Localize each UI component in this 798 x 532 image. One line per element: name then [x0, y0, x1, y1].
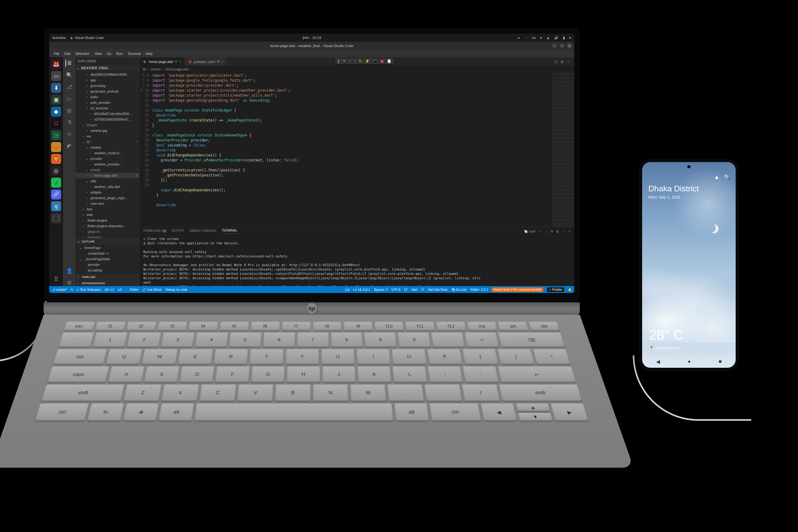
keyboard-key[interactable]: R: [213, 349, 248, 365]
keyboard-key[interactable]: S: [144, 366, 179, 383]
volume-icon[interactable]: 🔊: [554, 36, 558, 40]
keyboard-key[interactable]: f8: [313, 322, 342, 331]
outline-item[interactable]: isLoading: [75, 267, 140, 273]
menu-go[interactable]: Go: [105, 51, 114, 56]
activity-debug-icon[interactable]: ▷: [66, 95, 73, 102]
keyboard-key[interactable]: alt: [394, 404, 429, 421]
activity-account-icon[interactable]: 👤: [66, 267, 73, 274]
keyboard-key[interactable]: alt: [158, 404, 194, 421]
nav-recents-icon[interactable]: ■: [719, 359, 722, 364]
status-item[interactable]: {.a}: [345, 288, 349, 291]
tree-folder[interactable]: ›geolocator_android: [75, 89, 140, 94]
keyboard-key[interactable]: f1: [95, 322, 126, 331]
terminal-output[interactable]: c Clear the screen q Quit (terminate the…: [140, 235, 574, 286]
tree-folder[interactable]: ›web: [75, 212, 140, 217]
panel-tab-output[interactable]: OUTPUT: [172, 229, 185, 234]
keyboard-key[interactable]: G: [251, 366, 285, 383]
tree-file[interactable]: ▫generated_plugin_regis...: [75, 195, 140, 201]
code-editor[interactable]: 3 4 5 6 7 8 9 10 11 12 13 14 15 16 17 18…: [140, 72, 574, 227]
tree-folder[interactable]: ›path_provider: [75, 100, 140, 105]
tree-file[interactable]: ▫df2a58af27abc49ecf555...: [75, 111, 140, 117]
tree-file[interactable]: ▫.flutter-plugins: [75, 217, 140, 223]
tree-folder[interactable]: ›ios: [75, 133, 140, 139]
keyboard-key[interactable]: tab: [53, 349, 107, 365]
keyboard-key[interactable]: \: [533, 349, 571, 365]
keyboard-key[interactable]: [: [462, 349, 499, 365]
keyboard-key[interactable]: `: [58, 332, 94, 347]
breadcrumb-segment[interactable]: screen: [151, 67, 161, 71]
keyboard-key[interactable]: 0: [398, 332, 431, 347]
keyboard-key[interactable]: Z: [123, 385, 162, 401]
tree-file[interactable]: ▫weather_utils.dart: [75, 184, 140, 189]
activity-test-icon[interactable]: ⚗: [66, 119, 73, 126]
dock-teapot-icon[interactable]: 🫖: [51, 142, 61, 152]
terminal-split-icon[interactable]: ⧉: [551, 229, 553, 233]
activity-explorer-icon[interactable]: 🗎: [65, 60, 72, 67]
tree-folder[interactable]: ⌄lib•: [75, 139, 140, 145]
tree-folder[interactable]: ⌄utils: [75, 178, 140, 184]
tree-file[interactable]: ▫.gitignore: [75, 229, 140, 234]
keyboard-arrow-left[interactable]: ◀: [481, 404, 517, 421]
keyboard-key[interactable]: V: [237, 385, 273, 401]
keyboard-key[interactable]: f10: [374, 322, 404, 331]
keyboard-arrow[interactable]: ▼: [518, 413, 553, 421]
more-icon[interactable]: ⋯: [567, 59, 570, 64]
keyboard-key[interactable]: prt: [498, 322, 529, 331]
keyboard-key[interactable]: X: [161, 385, 199, 401]
activity-search-icon[interactable]: 🔍: [66, 72, 73, 78]
minimap[interactable]: [552, 72, 574, 227]
window-maximize-button[interactable]: □: [560, 44, 564, 48]
keyboard-key[interactable]: U: [321, 349, 355, 365]
terminal-add-icon[interactable]: ＋: [539, 229, 542, 233]
panel-close-icon[interactable]: ×: [569, 230, 570, 233]
battery-icon[interactable]: ▮: [563, 36, 565, 40]
terminal-trash-icon[interactable]: 🗑: [556, 230, 559, 233]
menu-edit[interactable]: Edit: [62, 51, 73, 56]
debug-action-icon[interactable]: ↻: [359, 59, 362, 63]
explorer-more-icon[interactable]: ⋯: [134, 59, 137, 63]
keyboard-key[interactable]: =: [464, 332, 499, 347]
keyboard-key[interactable]: f6: [251, 322, 280, 331]
timeline-header[interactable]: › TIMELINE: [75, 274, 140, 280]
dock-vscode-icon[interactable]: ◆: [51, 107, 61, 117]
keyboard-key[interactable]: 6: [263, 332, 295, 347]
menu-terminal[interactable]: Terminal: [126, 51, 143, 56]
keyboard-key[interactable]: 3: [160, 332, 194, 347]
debug-action-icon[interactable]: ↓: [349, 59, 351, 63]
keyboard-key[interactable]: f9: [343, 322, 373, 331]
activity-settings-icon[interactable]: ⚙: [66, 279, 73, 286]
keyboard-key[interactable]: 1: [92, 332, 128, 347]
dock-terminal-icon[interactable]: ▣: [51, 95, 61, 105]
keyboard-key[interactable]: ,: [387, 385, 424, 401]
tree-file[interactable]: ▫weather_model.d...: [75, 150, 140, 156]
window-minimize-button[interactable]: –: [552, 44, 557, 48]
keyboard-key[interactable]: N: [313, 385, 348, 401]
keyboard-key[interactable]: P: [427, 349, 463, 365]
tree-file[interactable]: ▫weather.jpg: [75, 128, 140, 133]
dock-brave-icon[interactable]: 🦁: [51, 154, 61, 164]
debug-action-icon[interactable]: 📱: [373, 59, 378, 63]
status-item[interactable]: UTF-8: [392, 288, 400, 291]
breadcrumb-segment[interactable]: lib: [143, 67, 146, 71]
status-item[interactable]: Debug my code: [166, 288, 187, 291]
tree-file[interactable]: ▫.flutter-plugins-dependen...: [75, 223, 140, 229]
outline-item[interactable]: createState ↪: [75, 251, 140, 256]
dock-firefox-icon[interactable]: 🦊: [51, 59, 61, 69]
tree-folder[interactable]: ›test: [75, 206, 140, 212]
dock-software-icon[interactable]: ⬇: [51, 83, 61, 93]
phone-screen[interactable]: ▲ 🔍 Dhaka District Wed, Sep 1, 2021 28° …: [642, 162, 736, 368]
dock-qbittorrent-icon[interactable]: q: [51, 201, 61, 211]
keyboard-key[interactable]: 7: [297, 332, 329, 347]
status-more-icon[interactable]: ⋯: [524, 36, 528, 40]
panel-tab-debug-console[interactable]: DEBUG CONSOLE: [190, 229, 217, 234]
breadcrumb-segment[interactable]: ...: [194, 67, 196, 71]
keyboard-key[interactable]: W: [141, 349, 178, 365]
keyboard-key[interactable]: ': [462, 366, 499, 383]
tree-folder[interactable]: ›widgets: [75, 189, 140, 195]
keyboard-key[interactable]: -: [431, 332, 465, 347]
breadcrumb-segment[interactable]: home-page.dart: [166, 67, 189, 71]
status-item[interactable]: Ⓐ: [421, 287, 424, 292]
status-item[interactable]: Redmi Note 9 Pro (android-arm64): [492, 287, 543, 292]
status-item[interactable]: ↻: [71, 288, 73, 291]
menu-run[interactable]: Run: [114, 51, 125, 56]
